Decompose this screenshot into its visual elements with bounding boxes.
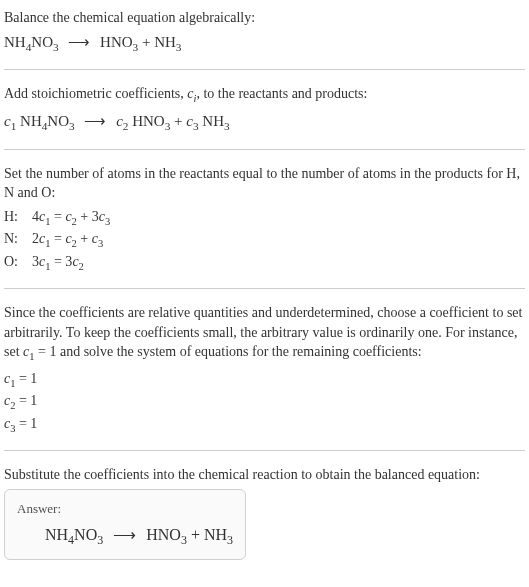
atom-row-h: H: 4c1 = c2 + 3c3 bbox=[4, 207, 525, 229]
answer-box: Answer: NH4NO3 ⟶ HNO3 + NH3 bbox=[4, 489, 246, 560]
atom-row-n: N: 2c1 = c2 + c3 bbox=[4, 229, 525, 251]
atoms-intro: Set the number of atoms in the reactants… bbox=[4, 164, 525, 203]
reaction-arrow: ⟶ bbox=[68, 34, 90, 50]
solve-intro: Since the coefficients are relative quan… bbox=[4, 303, 525, 365]
problem-intro: Balance the chemical equation algebraica… bbox=[4, 8, 525, 28]
species-hno3: HNO3 bbox=[100, 34, 138, 50]
section-problem: Balance the chemical equation algebraica… bbox=[4, 8, 525, 55]
species-hno3: HNO3 bbox=[146, 526, 187, 543]
answer-equation: NH4NO3 ⟶ HNO3 + NH3 bbox=[45, 524, 233, 549]
divider bbox=[4, 288, 525, 289]
species-nh4no3: NH4NO3 bbox=[4, 34, 59, 50]
problem-equation: NH4NO3 ⟶ HNO3 + NH3 bbox=[4, 32, 525, 56]
coeff-c2: c2 = 1 bbox=[4, 391, 525, 413]
section-coefficients: Add stoichiometric coefficients, ci, to … bbox=[4, 84, 525, 134]
atom-equations: H: 4c1 = c2 + 3c3 N: 2c1 = c2 + c3 O: 3c… bbox=[4, 207, 525, 274]
coefficients-intro: Add stoichiometric coefficients, ci, to … bbox=[4, 84, 525, 106]
reaction-arrow: ⟶ bbox=[113, 526, 136, 543]
answer-intro: Substitute the coefficients into the che… bbox=[4, 465, 525, 485]
coefficients-equation: c1 NH4NO3 ⟶ c2 HNO3 + c3 NH3 bbox=[4, 111, 525, 135]
divider bbox=[4, 69, 525, 70]
coeff-c3: c3 = 1 bbox=[4, 414, 525, 436]
species-nh3: NH3 bbox=[204, 526, 233, 543]
species-nh3: NH3 bbox=[154, 34, 181, 50]
species-nh4no3: NH4NO3 bbox=[45, 526, 103, 543]
section-answer: Substitute the coefficients into the che… bbox=[4, 465, 525, 560]
coefficient-values: c1 = 1 c2 = 1 c3 = 1 bbox=[4, 369, 525, 436]
section-atoms: Set the number of atoms in the reactants… bbox=[4, 164, 525, 275]
divider bbox=[4, 450, 525, 451]
coeff-c1: c1 = 1 bbox=[4, 369, 525, 391]
divider bbox=[4, 149, 525, 150]
atom-row-o: O: 3c1 = 3c2 bbox=[4, 252, 525, 274]
reaction-arrow: ⟶ bbox=[84, 113, 106, 129]
section-solve: Since the coefficients are relative quan… bbox=[4, 303, 525, 436]
answer-label: Answer: bbox=[17, 500, 233, 518]
